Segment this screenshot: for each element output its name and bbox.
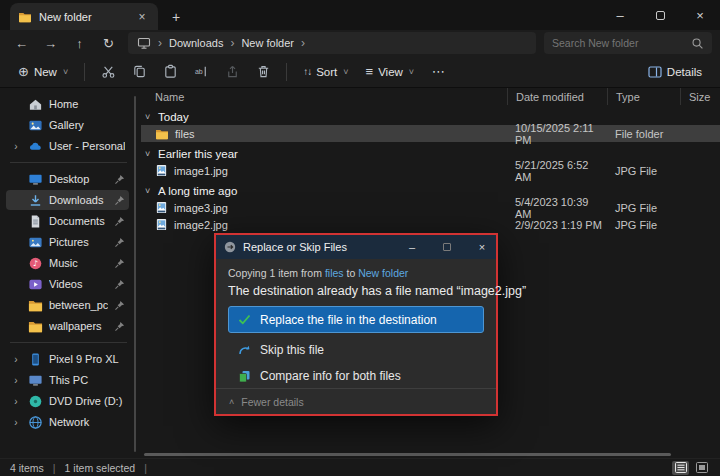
sidebar-item-network[interactable]: › Network (6, 412, 129, 432)
scissors-icon (101, 64, 116, 79)
search-box[interactable] (544, 32, 712, 54)
pin-icon (114, 300, 125, 311)
back-button[interactable]: ← (8, 32, 35, 54)
close-button[interactable]: × (680, 0, 720, 30)
tab-title: New folder (39, 11, 127, 23)
breadcrumb-downloads[interactable]: Downloads (169, 37, 223, 49)
title-bar: New folder × + – × (0, 0, 720, 30)
more-options-button[interactable]: ⋯ (423, 59, 453, 85)
fewer-details-toggle[interactable]: ˄ Fewer details (216, 388, 496, 414)
chevron-down-icon: ˅ (63, 67, 68, 77)
source-folder-link[interactable]: files (325, 267, 344, 279)
search-input[interactable] (552, 37, 685, 49)
plus-circle-icon: ⊕ (18, 65, 29, 78)
paste-button[interactable] (155, 59, 185, 85)
chevron-right-icon[interactable]: › (10, 396, 22, 407)
sidebar-item-this-pc[interactable]: › This PC (6, 370, 129, 390)
sidebar-item-desktop[interactable]: Desktop (6, 169, 129, 189)
item-count: 4 items (10, 462, 44, 474)
downloads-icon (28, 193, 43, 208)
sidebar-item-onedrive-personal[interactable]: › User - Personal (6, 136, 129, 156)
dialog-title-bar: Replace or Skip Files – × (216, 235, 496, 259)
sidebar-item-downloads[interactable]: Downloads (6, 190, 129, 210)
file-row-image3[interactable]: image3.jpg 5/4/2023 10:39 AM JPG File (141, 199, 720, 216)
delete-button[interactable] (248, 59, 278, 85)
sidebar-item-pictures[interactable]: Pictures (6, 232, 129, 252)
chevron-right-icon[interactable]: › (10, 354, 22, 365)
share-button[interactable] (217, 59, 247, 85)
refresh-button[interactable]: ↻ (95, 32, 122, 54)
sidebar-item-wallpapers[interactable]: wallpapers (6, 316, 129, 336)
breadcrumb-new-folder[interactable]: New folder (241, 37, 294, 49)
rename-icon: ab (194, 64, 209, 79)
horizontal-scrollbar[interactable] (144, 453, 671, 456)
phone-icon (28, 352, 43, 367)
maximize-icon (656, 11, 665, 20)
destination-folder-link[interactable]: New folder (358, 267, 408, 279)
pictures-icon (28, 235, 43, 250)
chevron-right-icon[interactable]: › (10, 417, 22, 428)
forward-button[interactable]: → (37, 32, 64, 54)
view-button[interactable]: ≡ View ˅ (358, 59, 423, 85)
sidebar-scrollbar[interactable] (134, 96, 136, 452)
pin-icon (114, 279, 125, 290)
details-pane-button[interactable]: Details (640, 59, 710, 85)
dialog-minimize-button[interactable]: – (398, 235, 426, 259)
new-button[interactable]: ⊕ New ˅ (10, 59, 76, 85)
copy-dialog-icon (224, 241, 236, 253)
dialog-close-button[interactable]: × (468, 235, 496, 259)
view-lines-icon: ≡ (366, 65, 374, 78)
file-row-files[interactable]: files 10/15/2025 2:11 PM File folder (141, 125, 720, 142)
share-icon (225, 64, 240, 79)
column-header-size[interactable]: Size (680, 88, 720, 105)
column-headers: Name Date modified Type Size (141, 88, 720, 105)
chevron-down-icon: ˅ (343, 67, 348, 77)
replace-file-option[interactable]: Replace the file in the destination (228, 306, 484, 333)
svg-text:♪: ♪ (33, 259, 38, 268)
chevron-right-icon[interactable]: › (10, 141, 22, 152)
rename-button[interactable]: ab (186, 59, 216, 85)
sidebar-item-gallery[interactable]: Gallery (6, 115, 129, 135)
up-button[interactable]: ↑ (66, 32, 93, 54)
sort-button[interactable]: ↑↓ Sort ˅ (295, 59, 356, 85)
details-button-label: Details (667, 66, 702, 78)
column-header-name[interactable]: Name (141, 88, 507, 105)
group-header-a-long-time-ago[interactable]: ˅ A long time ago (141, 182, 720, 199)
group-header-earlier-this-year[interactable]: ˅ Earlier this year (141, 145, 720, 162)
dialog-maximize-button[interactable] (433, 235, 461, 259)
copy-button[interactable] (124, 59, 154, 85)
sidebar-item-between-pcs[interactable]: between_pcs (6, 295, 129, 315)
videos-icon (28, 277, 43, 292)
dialog-body: Copying 1 item from files to New folder … (216, 259, 496, 389)
file-row-image1[interactable]: image1.jpg 5/21/2025 6:52 AM JPG File (141, 162, 720, 179)
column-header-type[interactable]: Type (607, 88, 680, 105)
details-view-button[interactable] (672, 461, 689, 475)
compare-files-icon (238, 370, 251, 383)
sidebar-item-dvd-drive[interactable]: › DVD Drive (D:) CPRA_X64FRE_ (6, 391, 129, 411)
breadcrumb[interactable]: › Downloads › New folder › (128, 32, 536, 54)
chevron-right-icon[interactable]: › (10, 375, 22, 386)
sidebar-item-music[interactable]: ♪ Music (6, 253, 129, 273)
minimize-button[interactable]: – (600, 0, 640, 30)
tab-close-icon[interactable]: × (134, 10, 150, 24)
thumbnail-view-button[interactable] (693, 461, 710, 475)
pin-icon (114, 195, 125, 206)
sidebar-item-videos[interactable]: Videos (6, 274, 129, 294)
column-header-date-modified[interactable]: Date modified (507, 88, 607, 105)
sidebar-item-documents[interactable]: Documents (6, 211, 129, 231)
group-header-today[interactable]: ˅ Today (141, 108, 720, 125)
svg-text:ab: ab (195, 68, 203, 75)
sidebar-item-pixel-phone[interactable]: › Pixel 9 Pro XL (6, 349, 129, 369)
sidebar-item-home[interactable]: Home (6, 94, 129, 114)
maximize-button[interactable] (640, 0, 680, 30)
explorer-tab[interactable]: New folder × (10, 3, 158, 30)
new-tab-button[interactable]: + (172, 9, 180, 25)
pin-icon (114, 321, 125, 332)
compare-files-option[interactable]: Compare info for both files (228, 363, 484, 389)
cut-button[interactable] (93, 59, 123, 85)
sort-button-label: Sort (316, 66, 337, 78)
skip-file-option[interactable]: Skip this file (228, 337, 484, 363)
file-row-image2[interactable]: image2.jpg 2/9/2023 1:19 PM JPG File (141, 216, 720, 233)
command-bar: ⊕ New ˅ ab (0, 56, 720, 88)
music-icon: ♪ (28, 256, 43, 271)
